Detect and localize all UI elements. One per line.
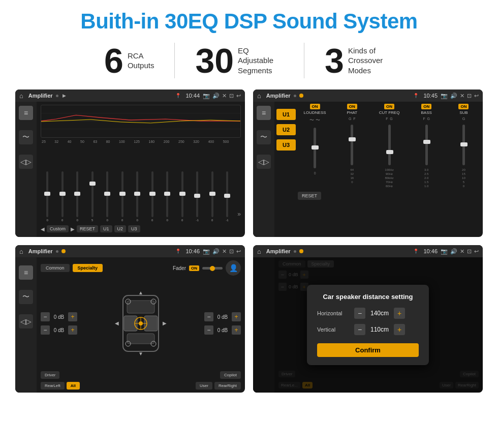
back-icon-3: ↩ <box>236 248 241 255</box>
level-rr-minus[interactable]: − <box>204 325 213 335</box>
level-rl-plus[interactable]: + <box>68 325 77 335</box>
fader-bottom-row2: RearLeft All User RearRight <box>41 382 241 390</box>
topbar-dot-4 <box>294 250 296 253</box>
eq-sidebar-icon-2[interactable]: 〜 <box>19 130 33 144</box>
eq-slider-track-7[interactable] <box>151 171 153 217</box>
copilot-btn[interactable]: Copilot <box>220 371 241 379</box>
all-btn[interactable]: All <box>67 382 80 390</box>
u3-btn-eq[interactable]: U3 <box>128 225 140 232</box>
u2-btn-eq[interactable]: U2 <box>114 225 127 232</box>
sub-ctrl: ON SUB G 20151050 <box>447 104 481 188</box>
fader-tabs-row: Common Specialty Fader ON 👤 <box>41 260 241 276</box>
eq-slider-track-9[interactable] <box>181 171 183 217</box>
eq-slider-5: 0 <box>115 171 129 222</box>
eq-slider-val-1: 0 <box>61 219 63 222</box>
fader-sidebar-icon-1[interactable]: ≡ <box>19 265 33 280</box>
level-row-fl: − 0 dB + <box>41 312 77 321</box>
eq-slider-val-5: 0 <box>121 219 123 222</box>
topbar-title-3: Amplifier <box>28 248 53 254</box>
eq-slider-track-3[interactable] <box>91 171 94 217</box>
level-row-rl: − 0 dB + <box>41 325 77 335</box>
freq-label-8: 160 <box>149 140 155 143</box>
custom-btn[interactable]: Custom <box>47 225 69 232</box>
u1-btn-amp[interactable]: U1 <box>276 109 296 120</box>
u3-btn-amp[interactable]: U3 <box>276 139 296 151</box>
level-row-rr: − 0 dB + <box>204 325 241 335</box>
driver-btn[interactable]: Driver <box>41 371 59 379</box>
eq-slider-track-10[interactable] <box>196 171 198 217</box>
prev-preset-btn[interactable]: ◀ <box>41 226 45 232</box>
amp-sidebar-icon-2[interactable]: 〜 <box>257 130 271 144</box>
topbar-4: ⌂ Amplifier 📍 10:46 📷 🔊 ✕ ⊡ ↩ <box>253 245 483 257</box>
camera-icon-2: 📷 <box>441 93 448 99</box>
user-btn[interactable]: User <box>196 382 212 390</box>
fader-user-icon[interactable]: 👤 <box>226 260 241 276</box>
loudness-slider[interactable] <box>314 128 316 168</box>
freq-label-4: 63 <box>93 140 97 143</box>
next-preset-btn[interactable]: ▶ <box>71 226 75 232</box>
spacer-fader <box>61 371 218 379</box>
horizontal-row: Horizontal − 140cm + <box>317 308 419 319</box>
home-icon-4[interactable]: ⌂ <box>257 248 261 255</box>
level-fl-plus[interactable]: + <box>68 312 77 321</box>
amp-sidebar-icon-3[interactable]: ◁▷ <box>257 155 271 169</box>
home-icon-3[interactable]: ⌂ <box>19 248 23 255</box>
rearleft-btn[interactable]: RearLeft <box>41 382 65 390</box>
bass-slider[interactable] <box>425 125 428 165</box>
eq-slider-val-11: 0 <box>211 219 213 222</box>
specialty-tab[interactable]: Specialty <box>73 264 103 272</box>
sub-slider[interactable] <box>462 125 465 165</box>
reset-btn-eq[interactable]: RESET <box>77 225 98 232</box>
level-fr-minus[interactable]: − <box>204 312 213 321</box>
horizontal-minus-btn[interactable]: − <box>354 308 365 319</box>
horizontal-plus-btn[interactable]: + <box>394 308 405 319</box>
topbar-icons-2: 📷 🔊 ✕ ⊡ ↩ <box>441 93 479 99</box>
eq-arrows-btn[interactable]: » <box>237 211 241 222</box>
rearright-btn[interactable]: RearRight <box>214 382 241 390</box>
eq-slider-track-0[interactable] <box>46 171 48 217</box>
home-icon-2[interactable]: ⌂ <box>257 92 261 100</box>
loudness-on-badge: ON <box>310 104 320 109</box>
fader-track[interactable] <box>202 267 223 270</box>
amp-inner: U1 U2 U3 ON LOUDNESS 〜 〜 <box>276 104 481 235</box>
amp-sidebar-icon-1[interactable]: ≡ <box>257 106 271 120</box>
level-rr-plus[interactable]: + <box>232 325 241 335</box>
vertical-value: 110cm <box>369 326 390 333</box>
eq-slider-track-8[interactable] <box>166 171 168 217</box>
right-levels: − 0 dB + − 0 dB + <box>204 279 241 368</box>
distance-dialog: Car speaker distance setting Horizontal … <box>307 285 429 365</box>
level-fl-minus[interactable]: − <box>41 312 50 321</box>
reset-btn-amp[interactable]: RESET <box>298 192 321 200</box>
vertical-plus-btn[interactable]: + <box>394 324 405 335</box>
horizontal-label: Horizontal <box>317 310 350 316</box>
fader-sidebar-icon-3[interactable]: ◁▷ <box>19 314 33 328</box>
eq-slider-4: 0 <box>101 171 114 222</box>
eq-slider-track-1[interactable] <box>61 171 64 217</box>
eq-slider-track-11[interactable] <box>211 171 213 217</box>
confirm-button[interactable]: Confirm <box>317 343 419 357</box>
phat-slider[interactable] <box>351 125 353 165</box>
level-rl-minus[interactable]: − <box>41 325 50 335</box>
u2-btn-amp[interactable]: U2 <box>276 124 296 135</box>
topbar-icons-1: 📷 🔊 ✕ ⊡ ↩ <box>203 93 241 99</box>
location-icon-3: 📍 <box>175 249 181 254</box>
sub-scale: 20151050 <box>462 168 465 188</box>
u1-btn-eq[interactable]: U1 <box>100 225 112 232</box>
level-fl-val: 0 dB <box>52 314 66 320</box>
stat-crossover-label: Kinds ofCrossover Modes <box>348 46 394 76</box>
eq-slider-track-2[interactable] <box>76 171 78 217</box>
eq-slider-track-12[interactable] <box>226 171 228 217</box>
loudness-scale: 0 <box>314 171 316 175</box>
fader-sidebar-icon-2[interactable]: 〜 <box>19 290 33 304</box>
eq-slider-track-5[interactable] <box>121 171 123 217</box>
eq-slider-track-6[interactable] <box>136 171 138 217</box>
cutfreq-slider[interactable] <box>388 125 391 165</box>
eq-sidebar-icon-1[interactable]: ≡ <box>19 106 33 120</box>
level-fr-plus[interactable]: + <box>232 312 241 321</box>
eq-slider-track-4[interactable] <box>106 171 108 217</box>
common-tab[interactable]: Common <box>41 264 70 272</box>
vertical-minus-btn[interactable]: − <box>354 324 365 335</box>
amp-sidebar: ≡ 〜 ◁▷ <box>253 102 274 237</box>
eq-sidebar-icon-3[interactable]: ◁▷ <box>19 155 33 169</box>
home-icon[interactable]: ⌂ <box>19 92 23 100</box>
